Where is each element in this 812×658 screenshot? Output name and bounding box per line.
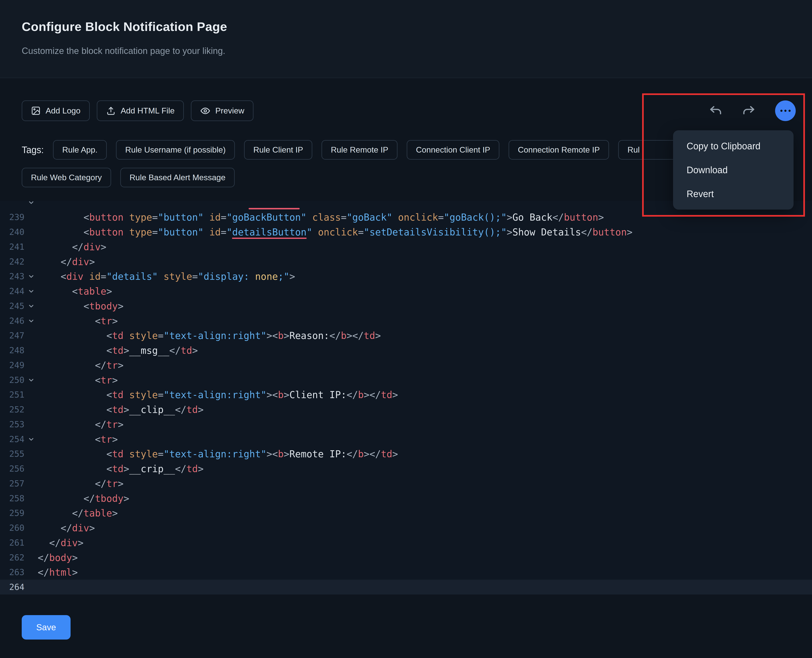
add-html-file-label: Add HTML File (120, 106, 175, 116)
tag-chip-rule-web-category[interactable]: Rule Web Category (22, 168, 111, 187)
line-number: 249 (0, 360, 24, 370)
line-number: 247 (0, 331, 24, 340)
code-line-259[interactable]: 259 </table> (0, 506, 812, 521)
tag-chip-connection-client-ip[interactable]: Connection Client IP (407, 140, 499, 160)
code-line-248[interactable]: 248 <td>__msg__</td> (0, 343, 812, 358)
lint-underline (249, 208, 300, 209)
redo-button[interactable] (742, 105, 756, 117)
line-number: 256 (0, 464, 24, 473)
line-number: 245 (0, 301, 24, 311)
menu-item-download[interactable]: Download (673, 158, 793, 182)
code-text: <div id="details" style="display: none;"… (32, 271, 295, 282)
code-text: </tr> (32, 478, 124, 489)
code-line-256[interactable]: 256 <td>__crip__</td> (0, 461, 812, 476)
code-editor[interactable]: 239 <button type="button" id="goBackButt… (0, 201, 812, 594)
add-html-file-button[interactable]: Add HTML File (97, 100, 184, 121)
line-number: 262 (0, 553, 24, 562)
preview-button[interactable]: Preview (191, 100, 253, 121)
line-number: 255 (0, 449, 24, 459)
more-actions-button[interactable] (775, 100, 796, 121)
menu-item-revert[interactable]: Revert (673, 182, 793, 206)
fold-chevron-icon[interactable] (28, 201, 34, 205)
page-header: Configure Block Notification Page Custom… (0, 0, 812, 78)
code-line-253[interactable]: 253 </tr> (0, 417, 812, 432)
code-line-250[interactable]: 250 <tr> (0, 373, 812, 387)
line-number: 263 (0, 567, 24, 577)
line-number: 264 (0, 582, 24, 592)
code-text: <tr> (32, 315, 118, 326)
tag-chip-rule-remote-ip[interactable]: Rule Remote IP (322, 140, 397, 160)
code-text: <td style="text-align:right"><b>Reason:<… (32, 330, 381, 341)
tag-chip-rule-username-if-possible[interactable]: Rule Username (if possible) (116, 140, 235, 160)
page-subtitle: Customize the block notification page to… (22, 45, 225, 56)
code-line-262[interactable]: 262 </body> (0, 550, 812, 565)
header-divider (0, 78, 812, 78)
code-line-264[interactable]: 264 (0, 580, 812, 594)
line-number: 248 (0, 345, 24, 355)
line-number: 252 (0, 405, 24, 414)
save-button[interactable]: Save (22, 615, 70, 639)
code-text: <td style="text-align:right"><b>Client I… (32, 389, 398, 400)
line-number: 257 (0, 479, 24, 489)
code-text: </tr> (32, 419, 124, 430)
code-line-254[interactable]: 254 <tr> (0, 432, 812, 446)
image-icon (31, 106, 41, 116)
line-number: 246 (0, 316, 24, 326)
code-text: <button type="button" id="goBackButton" … (32, 212, 604, 223)
code-line-249[interactable]: 249 </tr> (0, 358, 812, 373)
code-text: </body> (32, 552, 78, 563)
code-line-243[interactable]: 243 <div id="details" style="display: no… (0, 269, 812, 284)
code-line-257[interactable]: 257 </tr> (0, 476, 812, 491)
code-line-240[interactable]: 240 <button type="button" id="detailsBut… (0, 225, 812, 240)
code-line-242[interactable]: 242 </div> (0, 254, 812, 269)
line-number: 241 (0, 242, 24, 252)
code-line-255[interactable]: 255 <td style="text-align:right"><b>Remo… (0, 446, 812, 461)
tags-row-1: Tags: Rule App.Rule Username (if possibl… (22, 140, 738, 160)
line-number: 244 (0, 286, 24, 296)
code-line-245[interactable]: 245 <tbody> (0, 299, 812, 313)
code-text: <table> (32, 286, 112, 297)
code-text: </div> (32, 256, 95, 267)
code-line-261[interactable]: 261 </div> (0, 535, 812, 550)
code-text: <tr> (32, 374, 118, 385)
line-number: 240 (0, 227, 24, 237)
code-text: </tr> (32, 360, 124, 371)
code-text: </div> (32, 522, 95, 534)
code-text: <tr> (32, 434, 118, 445)
code-line-247[interactable]: 247 <td style="text-align:right"><b>Reas… (0, 328, 812, 343)
add-logo-button[interactable]: Add Logo (22, 100, 90, 121)
line-number: 239 (0, 212, 24, 222)
code-line-241[interactable]: 241 </div> (0, 240, 812, 254)
code-line-239[interactable]: 239 <button type="button" id="goBackButt… (0, 210, 812, 225)
code-line-260[interactable]: 260 </div> (0, 520, 812, 535)
code-line-244[interactable]: 244 <table> (0, 284, 812, 299)
upload-icon (106, 106, 116, 116)
code-line-252[interactable]: 252 <td>__clip__</td> (0, 402, 812, 417)
line-number: 250 (0, 375, 24, 385)
line-number: 260 (0, 523, 24, 533)
line-number: 259 (0, 508, 24, 518)
toolbar: Add Logo Add HTML File Preview (22, 100, 253, 121)
code-line-258[interactable]: 258 </tbody> (0, 491, 812, 506)
tags-row-1-chips: Rule App.Rule Username (if possible)Rule… (53, 140, 738, 160)
preview-label: Preview (215, 106, 244, 116)
code-line-251[interactable]: 251 <td style="text-align:right"><b>Clie… (0, 387, 812, 402)
add-logo-label: Add Logo (45, 106, 80, 116)
tag-chip-rule-client-ip[interactable]: Rule Client IP (244, 140, 312, 160)
undo-button[interactable] (709, 105, 723, 117)
menu-item-copy-to-clipboard[interactable]: Copy to Clipboard (673, 134, 793, 158)
tag-chip-rule-app[interactable]: Rule App. (53, 140, 107, 160)
line-number: 258 (0, 494, 24, 503)
code-text: </div> (32, 241, 106, 252)
code-lines: 239 <button type="button" id="goBackButt… (0, 201, 812, 594)
tag-chip-rule-based-alert-message[interactable]: Rule Based Alert Message (120, 168, 235, 187)
history-actions (709, 100, 796, 121)
page-title: Configure Block Notification Page (22, 20, 227, 34)
code-line-246[interactable]: 246 <tr> (0, 313, 812, 328)
code-line-263[interactable]: 263 </html> (0, 565, 812, 580)
code-text: <button type="button" id="detailsButton"… (32, 227, 632, 238)
undo-icon (709, 105, 723, 117)
code-text: <td>__clip__</td> (32, 404, 203, 415)
code-text: <td>__crip__</td> (32, 463, 203, 474)
tag-chip-connection-remote-ip[interactable]: Connection Remote IP (508, 140, 609, 160)
